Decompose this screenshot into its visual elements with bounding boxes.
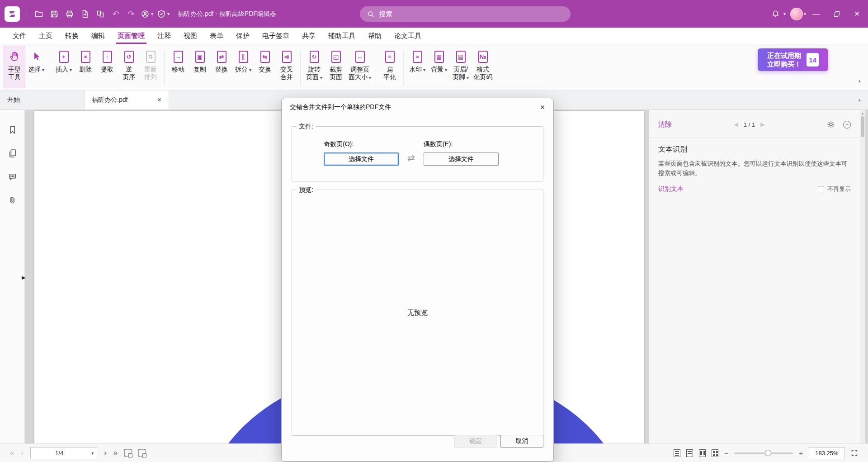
notifications-button[interactable] xyxy=(768,6,783,22)
caret-down-icon[interactable]: ▾ xyxy=(783,11,786,16)
choose-even-file-button[interactable]: 选择文件 xyxy=(424,152,499,166)
ribbon-tool-insert-pages[interactable]: +插入▾ xyxy=(53,46,75,88)
ok-button[interactable]: 确定 xyxy=(454,435,497,448)
attachments-panel-button[interactable] xyxy=(6,194,18,206)
zoom-in-button[interactable]: + xyxy=(799,449,803,457)
ribbon-tool-move-pages[interactable]: →移动 xyxy=(167,46,189,88)
buy-now-button[interactable]: 正在试用期 立即购买！ 14 xyxy=(758,48,828,71)
dialog-close-button[interactable]: × xyxy=(532,98,553,116)
close-button[interactable]: × xyxy=(847,0,867,28)
panel-settings-button[interactable] xyxy=(827,120,835,129)
clear-button[interactable]: 清除 xyxy=(658,120,672,129)
scroll-up-arrow[interactable]: ▴ xyxy=(860,111,865,115)
menu-item-help[interactable]: 帮助 xyxy=(362,28,388,44)
collapse-ribbon-button[interactable]: ▴ xyxy=(858,78,861,84)
zoom-out-button[interactable]: − xyxy=(724,449,728,457)
scrollbar-thumb[interactable] xyxy=(861,116,864,137)
facing-continuous-view-icon[interactable] xyxy=(712,449,718,457)
app-logo[interactable] xyxy=(5,6,20,22)
menu-item-comment[interactable]: 注释 xyxy=(151,28,177,44)
ribbon-tool-flatten[interactable]: ≡扁平化 xyxy=(379,46,401,88)
choose-odd-file-button[interactable]: 选择文件 xyxy=(324,152,399,166)
convert-doc-button[interactable] xyxy=(93,6,108,22)
cancel-button[interactable]: 取消 xyxy=(500,435,543,448)
save-button[interactable] xyxy=(47,6,62,22)
print-button[interactable] xyxy=(62,6,77,22)
zoom-slider-thumb[interactable] xyxy=(765,450,771,456)
single-page-view-icon[interactable] xyxy=(674,449,680,457)
chevron-right-icon[interactable]: ▶ xyxy=(760,121,764,128)
menu-item-label: 表单 xyxy=(210,32,223,40)
export-pdf-button[interactable] xyxy=(77,6,93,22)
previous-page-button[interactable]: ‹ xyxy=(21,448,24,457)
next-page-button[interactable]: › xyxy=(104,448,107,457)
open-file-button[interactable] xyxy=(31,6,47,22)
facing-view-icon[interactable] xyxy=(699,449,706,457)
close-tab-icon[interactable]: × xyxy=(157,96,161,104)
menu-item-protect[interactable]: 保护 xyxy=(230,28,256,44)
bookmarks-panel-button[interactable] xyxy=(6,124,18,135)
menu-item-home[interactable]: 主页 xyxy=(33,28,59,44)
format-page-number-icon: № xyxy=(478,48,488,65)
ribbon-tool-select-tool[interactable]: 选择▾ xyxy=(25,46,47,88)
tab-document[interactable]: 福昕办公.pdf × xyxy=(85,90,169,110)
first-page-button[interactable]: « xyxy=(10,448,14,457)
search-box[interactable]: 搜索 xyxy=(360,6,571,22)
ribbon-tool-extract-pages[interactable]: ↑提取 xyxy=(96,46,118,88)
protection-menu-button[interactable]: ▾ xyxy=(155,10,171,19)
pages-panel-button[interactable] xyxy=(6,147,18,159)
menu-item-convert[interactable]: 转换 xyxy=(59,28,85,44)
caret-down-icon[interactable]: ▾ xyxy=(804,11,806,16)
ribbon-tool-interleave-merge[interactable]: ⇉交叉合并 xyxy=(276,46,297,88)
caret-down-icon[interactable]: ▾ xyxy=(88,448,97,459)
menu-item-paper-tools[interactable]: 论文工具 xyxy=(388,28,428,44)
ribbon-tool-format-page-numbers[interactable]: №格式化页码 xyxy=(472,46,494,88)
comments-panel-button[interactable] xyxy=(6,171,18,182)
ribbon-tool-replace-pages[interactable]: ⇄替换 xyxy=(211,46,232,88)
menu-item-e-sign[interactable]: 电子签章 xyxy=(256,28,296,44)
menu-item-file[interactable]: 文件 xyxy=(6,28,33,44)
ribbon-tool-copy-pages[interactable]: ▣复制 xyxy=(189,46,211,88)
menu-item-share[interactable]: 共享 xyxy=(296,28,322,44)
ribbon-tool-rearrange-pages[interactable]: ⇅重新排列 xyxy=(140,46,161,88)
ribbon-tool-hand-tool[interactable]: 手型工具 xyxy=(4,46,25,88)
snapshot-icon[interactable] xyxy=(124,449,132,457)
vertical-scrollbar[interactable]: ▴ xyxy=(860,110,865,443)
maximize-button[interactable] xyxy=(826,0,847,28)
collapse-panel-button[interactable]: − xyxy=(843,121,851,129)
menu-item-accessibility[interactable]: 辅助工具 xyxy=(322,28,362,44)
menu-item-edit[interactable]: 编辑 xyxy=(85,28,111,44)
chevron-left-icon[interactable]: ◀ xyxy=(734,121,738,128)
ribbon-tool-reverse-page-order[interactable]: ↺逆页序 xyxy=(118,46,140,88)
page-number-input[interactable]: 1/4 ▾ xyxy=(30,447,97,459)
ribbon-tool-rotate-pages[interactable]: ↻旋转页面▾ xyxy=(303,46,325,88)
menu-item-page-management[interactable]: 页面管理 xyxy=(111,28,151,44)
avatar[interactable] xyxy=(790,8,803,20)
zoom-input[interactable]: 183.25% xyxy=(809,447,845,459)
ribbon-tool-crop-pages[interactable]: ◱裁剪页面 xyxy=(325,46,347,88)
swap-files-icon[interactable]: ⇄ xyxy=(407,152,415,163)
zoom-slider[interactable] xyxy=(734,452,793,454)
ribbon-tool-split-document[interactable]: ∥拆分▾ xyxy=(232,46,254,88)
account-menu-button[interactable]: ▾ xyxy=(139,10,155,19)
select-area-icon[interactable] xyxy=(138,449,146,457)
continuous-view-icon[interactable] xyxy=(686,449,693,457)
fullscreen-button[interactable] xyxy=(851,449,858,457)
menu-item-form[interactable]: 表单 xyxy=(203,28,230,44)
ribbon-tool-background[interactable]: ▦背景▾ xyxy=(428,46,450,88)
minimize-button[interactable]: — xyxy=(806,0,826,28)
ribbon-tool-swap-pages[interactable]: ⇆交换 xyxy=(254,46,276,88)
ribbon-tool-watermark[interactable]: ≈水印▾ xyxy=(406,46,428,88)
recognize-text-link[interactable]: 识别文本 xyxy=(658,185,684,193)
redo-button[interactable]: ↷ xyxy=(123,6,139,22)
chevron-up-icon[interactable]: ▴ xyxy=(858,97,861,103)
last-page-button[interactable]: » xyxy=(113,448,118,457)
ribbon-tool-resize-pages[interactable]: ↔调整页面大小▾ xyxy=(347,46,373,88)
dont-show-checkbox[interactable] xyxy=(818,186,824,192)
ribbon-tool-header-footer[interactable]: ▤页眉/页脚▾ xyxy=(450,46,472,88)
undo-button[interactable]: ↶ xyxy=(108,6,123,22)
tab-start[interactable]: 开始 xyxy=(0,90,85,110)
search-placeholder: 搜索 xyxy=(379,10,392,19)
menu-item-view[interactable]: 视图 xyxy=(177,28,203,44)
ribbon-tool-delete-pages[interactable]: ×删除 xyxy=(75,46,96,88)
